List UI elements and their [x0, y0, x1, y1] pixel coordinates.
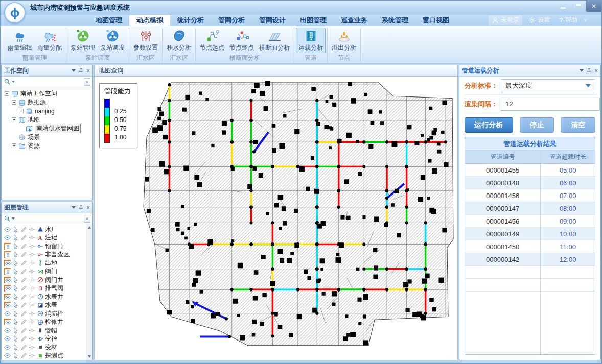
- panel-menu-icon[interactable]: [72, 69, 76, 72]
- scroll-up-icon[interactable]: [86, 224, 92, 231]
- tree-item[interactable]: −地图: [2, 115, 92, 124]
- pencil-icon[interactable]: [20, 268, 27, 275]
- table-row[interactable]: 00000014910:00: [465, 228, 595, 240]
- crosshair-icon[interactable]: [29, 327, 35, 334]
- scroll-down-icon[interactable]: [86, 353, 92, 360]
- pencil-icon[interactable]: [20, 344, 27, 351]
- crosshair-icon[interactable]: [29, 352, 35, 359]
- table-row[interactable]: 00000145505:00: [465, 164, 595, 177]
- table-row[interactable]: 00000014708:00: [465, 202, 595, 215]
- close-button[interactable]: ✕: [586, 1, 601, 12]
- cursor-icon[interactable]: [12, 327, 19, 334]
- pencil-icon[interactable]: [20, 302, 27, 308]
- crosshair-icon[interactable]: [29, 285, 35, 292]
- map-canvas[interactable]: 管段能力 0.250.500.751.00: [94, 77, 458, 360]
- eye-icon[interactable]: [4, 344, 11, 351]
- pencil-icon[interactable]: [20, 319, 27, 325]
- cursor-icon[interactable]: [12, 344, 19, 351]
- crosshair-icon[interactable]: [29, 335, 35, 342]
- cursor-icon[interactable]: [12, 335, 19, 342]
- pencil-icon[interactable]: [20, 310, 27, 317]
- tree-item[interactable]: −南靖工作空间: [2, 89, 92, 98]
- ribbon-button[interactable]: 运载分析: [296, 28, 326, 53]
- table-row[interactable]: 00000145609:00: [465, 215, 595, 228]
- ribbon-button[interactable]: 节点终点: [227, 28, 257, 53]
- menu-tab[interactable]: 系统管理: [375, 15, 415, 26]
- cursor-icon[interactable]: [12, 302, 19, 308]
- layer-row[interactable]: 非普查区: [4, 251, 85, 259]
- tree-expander[interactable]: −: [12, 117, 16, 122]
- eye-icon[interactable]: [4, 294, 11, 300]
- layer-row[interactable]: 检修井: [4, 318, 85, 327]
- cursor-icon[interactable]: [12, 285, 19, 292]
- pin-icon[interactable]: [79, 68, 83, 74]
- menu-tab[interactable]: 巡查业务: [334, 15, 375, 26]
- eye-icon[interactable]: [4, 243, 11, 250]
- ribbon-button[interactable]: 雨量编辑: [5, 28, 35, 53]
- pencil-icon[interactable]: [20, 294, 27, 300]
- eye-icon[interactable]: [4, 251, 11, 258]
- crosshair-icon[interactable]: [29, 251, 35, 258]
- pin-icon[interactable]: [587, 68, 591, 74]
- ribbon-button[interactable]: 泵站调度: [98, 28, 127, 53]
- ribbon-button[interactable]: 积水分析: [164, 28, 194, 53]
- help-button[interactable]: ? 帮助: [556, 15, 580, 25]
- menu-tab[interactable]: 地图管理: [88, 15, 129, 26]
- panel-expand-button[interactable]: ∨: [84, 215, 90, 223]
- tree-item[interactable]: 南靖供水管网图: [2, 124, 92, 133]
- search-options-caret[interactable]: [12, 81, 15, 83]
- layer-row[interactable]: 变径: [4, 335, 85, 344]
- tree-item[interactable]: −数据源: [2, 98, 92, 107]
- ribbon-button[interactable]: 泵站管理: [68, 28, 98, 53]
- panel-menu-icon[interactable]: [580, 69, 584, 72]
- settings-button[interactable]: 设置: [525, 15, 553, 25]
- layer-row[interactable]: 消防栓: [4, 309, 85, 318]
- layer-row[interactable]: ‖管帽: [4, 326, 85, 335]
- eye-icon[interactable]: [4, 234, 11, 241]
- eye-icon[interactable]: [4, 319, 11, 325]
- stop-button[interactable]: 停止: [520, 117, 554, 133]
- layer-row[interactable]: 阀门: [4, 268, 85, 276]
- table-row[interactable]: 00000014806:00: [465, 177, 595, 189]
- chevron-down-icon[interactable]: ∨: [584, 17, 587, 23]
- workspace-search[interactable]: ∨: [2, 77, 92, 87]
- layer-row[interactable]: 水厂: [4, 225, 85, 234]
- login-status[interactable]: 未登录: [489, 15, 522, 25]
- ribbon-button[interactable]: 横断面分析: [257, 28, 292, 53]
- close-icon[interactable]: ×: [86, 205, 90, 210]
- menu-tab[interactable]: 窗口视图: [415, 15, 456, 26]
- cursor-icon[interactable]: [12, 310, 19, 317]
- table-row[interactable]: 00000145607:00: [465, 189, 595, 202]
- crosshair-icon[interactable]: [29, 344, 35, 351]
- pencil-icon[interactable]: [20, 234, 27, 241]
- pipe-network-map[interactable]: [95, 77, 457, 360]
- cursor-icon[interactable]: [12, 234, 19, 241]
- close-icon[interactable]: ×: [594, 68, 598, 74]
- menu-tab[interactable]: 管网设计: [252, 15, 293, 26]
- pencil-icon[interactable]: [20, 327, 27, 334]
- menu-tab[interactable]: 出图管理: [293, 15, 334, 26]
- run-analysis-button[interactable]: 运行分析: [465, 117, 513, 133]
- pencil-icon[interactable]: [20, 260, 27, 266]
- tree-expander[interactable]: −: [12, 100, 16, 105]
- minimize-button[interactable]: [555, 1, 571, 12]
- panel-menu-icon[interactable]: [72, 206, 76, 209]
- layer-row[interactable]: 阀门井: [4, 276, 85, 284]
- pencil-icon[interactable]: [20, 352, 27, 359]
- cursor-icon[interactable]: [12, 352, 19, 359]
- table-row[interactable]: 00000145011:00: [465, 240, 595, 253]
- crosshair-icon[interactable]: [29, 268, 35, 275]
- eye-icon[interactable]: [4, 310, 11, 317]
- layer-row[interactable]: 预留口: [4, 242, 85, 251]
- scrollbar[interactable]: [86, 224, 92, 360]
- pencil-icon[interactable]: [20, 335, 27, 342]
- eye-icon[interactable]: [4, 277, 11, 283]
- cursor-icon[interactable]: [12, 251, 19, 258]
- criteria-dropdown[interactable]: 最大深度: [501, 79, 595, 92]
- tree-expander[interactable]: +: [19, 109, 24, 113]
- crosshair-icon[interactable]: [29, 277, 35, 283]
- pencil-icon[interactable]: [20, 285, 27, 292]
- maximize-button[interactable]: [571, 1, 586, 12]
- crosshair-icon[interactable]: [29, 294, 35, 300]
- tree-expander[interactable]: +: [12, 143, 16, 148]
